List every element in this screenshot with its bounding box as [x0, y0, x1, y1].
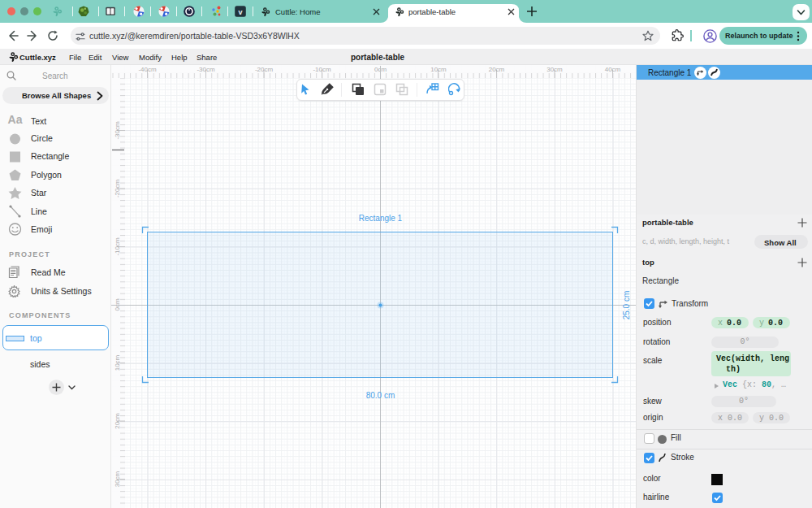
- svg-text:-30cm: -30cm: [197, 66, 215, 73]
- svg-text:10cm: 10cm: [114, 354, 121, 371]
- svg-text:-20cm: -20cm: [255, 66, 274, 73]
- svg-text:80.0 cm: 80.0 cm: [366, 391, 395, 400]
- svg-text:-30cm: -30cm: [114, 121, 121, 140]
- svg-text:0cm: 0cm: [114, 298, 121, 310]
- svg-text:30cm: 30cm: [114, 471, 121, 487]
- svg-text:10cm: 10cm: [430, 66, 447, 73]
- svg-text:-40cm: -40cm: [138, 66, 157, 73]
- svg-text:20cm: 20cm: [114, 413, 121, 429]
- svg-text:30cm: 30cm: [546, 66, 563, 73]
- svg-text:20cm: 20cm: [489, 66, 505, 73]
- svg-text:-20cm: -20cm: [114, 180, 121, 198]
- svg-text:-10cm: -10cm: [313, 66, 331, 73]
- svg-text:25.0 cm: 25.0 cm: [622, 291, 631, 320]
- svg-text:40cm: 40cm: [605, 66, 621, 73]
- svg-text:Rectangle 1: Rectangle 1: [359, 214, 403, 223]
- svg-text:v: v: [238, 8, 242, 16]
- svg-text:-10cm: -10cm: [114, 237, 121, 256]
